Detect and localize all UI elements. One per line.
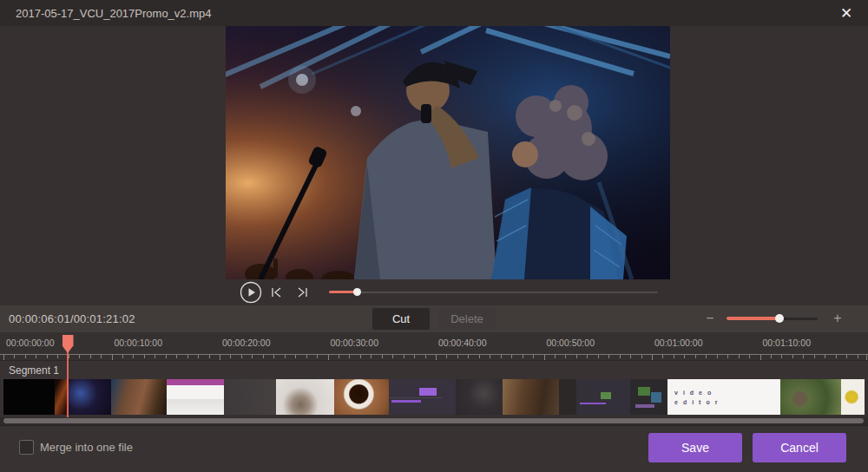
- merge-checkbox[interactable]: [19, 440, 34, 455]
- play-icon[interactable]: [240, 281, 262, 304]
- filmstrip-thumbnail-coffee-cup[interactable]: [334, 379, 389, 415]
- skip-to-end-icon[interactable]: [294, 285, 310, 300]
- zoom-fill: [727, 317, 779, 320]
- ruler-tick: [155, 355, 155, 358]
- ruler-tick: [90, 355, 91, 358]
- filmstrip-thumbnail-meeting-room[interactable]: [503, 379, 559, 415]
- segment-row: Segment 1: [0, 360, 868, 380]
- zoom-thumb[interactable]: [775, 314, 784, 323]
- ruler-tick: [101, 355, 102, 358]
- cancel-button[interactable]: Cancel: [753, 433, 846, 462]
- ruler-tick: [252, 355, 253, 358]
- filmstrip-thumbnail-white-app-ui[interactable]: [167, 379, 224, 415]
- filmstrip-thumbnail-text-animation-white[interactable]: video editor: [667, 379, 780, 415]
- ruler-tick: [792, 355, 793, 358]
- ruler-tick: [555, 355, 556, 358]
- ruler-time-label: 00:00:00:00: [6, 338, 54, 348]
- merge-label[interactable]: Merge into one file: [40, 441, 133, 454]
- ruler-tick: [717, 355, 718, 358]
- ruler-tick: [144, 355, 145, 358]
- filmstrip-thumbnail-black-frame[interactable]: [3, 379, 55, 415]
- scrollbar-thumb[interactable]: [3, 418, 864, 423]
- save-button[interactable]: Save: [648, 433, 742, 462]
- ruler-tick: [360, 355, 361, 358]
- ruler-tick: [662, 355, 663, 358]
- filmstrip-thumbnail-dark-ui-progress[interactable]: [389, 379, 456, 415]
- file-title: 2017-05-17_VCU_2017Promo_v2.mp4: [16, 7, 211, 20]
- ruler-tick: [198, 355, 199, 358]
- ruler-tick: [771, 355, 772, 358]
- close-icon[interactable]: ✕: [835, 3, 858, 25]
- filmstrip-thumbnail-dark-grey-frame[interactable]: [224, 379, 276, 415]
- ruler-tick: [14, 355, 15, 358]
- filmstrip-thumbnail-editor-thumbnails-ui[interactable]: [630, 379, 667, 415]
- ruler-tick: [187, 355, 188, 358]
- filmstrip-thumbnail-concert-warm[interactable]: [55, 379, 68, 415]
- ruler-tick: [803, 355, 804, 358]
- ruler-tick: [36, 355, 36, 358]
- ruler-tick: [641, 355, 642, 358]
- ruler-tick: [749, 355, 750, 358]
- ruler-tick: [630, 355, 631, 358]
- ruler-tick: [57, 355, 58, 358]
- ruler-tick: [576, 355, 577, 358]
- ruler-time-label: 00:00:50:00: [547, 338, 595, 348]
- zoom-in-icon[interactable]: +: [829, 309, 846, 328]
- timeline-ruler[interactable]: 00:00:00:0000:00:10:0000:00:20:0000:00:3…: [0, 332, 868, 360]
- footer-bar: Merge into one file Save Cancel: [0, 425, 868, 472]
- ruler-tick: [587, 355, 588, 358]
- ruler-tick: [404, 355, 404, 358]
- ruler-tick: [392, 355, 393, 358]
- filmstrip-thumbnail-editor-timeline-ui[interactable]: [576, 379, 630, 415]
- ruler-tick: [133, 355, 134, 358]
- ruler-tick: [47, 355, 48, 358]
- ruler-tick: [317, 355, 318, 358]
- transport-controls: [226, 279, 670, 305]
- ruler-tick: [79, 355, 80, 358]
- filmstrip-thumbnail-white-logo-frame[interactable]: [841, 379, 865, 415]
- seek-thumb[interactable]: [353, 288, 361, 296]
- ruler-time-label: 00:00:30:00: [331, 338, 378, 348]
- ruler-tick: [263, 355, 264, 358]
- timeline-zoom-slider[interactable]: [727, 317, 818, 320]
- ruler-tick: [166, 355, 167, 358]
- ruler-tick: [295, 355, 296, 358]
- cut-button[interactable]: Cut: [372, 308, 430, 330]
- ruler-tick: [511, 355, 512, 358]
- zoom-out-icon[interactable]: −: [701, 309, 719, 328]
- ruler-time-label: 00:01:00:00: [654, 338, 702, 348]
- ruler-tick: [273, 355, 274, 358]
- ruler-tick: [598, 355, 599, 358]
- seek-track: [329, 292, 658, 293]
- ruler-tick: [836, 355, 837, 358]
- ruler-time-label: 00:01:10:00: [763, 338, 811, 348]
- skip-to-start-icon[interactable]: [269, 285, 285, 300]
- delete-button[interactable]: Delete: [438, 308, 496, 330]
- ruler-tick: [620, 355, 621, 358]
- filmstrip-thumbnail-dim-frame[interactable]: [456, 379, 503, 415]
- ruler-tick: [825, 355, 825, 358]
- video-preview[interactable]: [226, 26, 670, 279]
- edit-toolbar: 00:00:06:01/00:01:21:02 Cut Delete − +: [0, 305, 868, 332]
- ruler-tick: [674, 355, 674, 358]
- ruler-tick: [446, 355, 447, 358]
- filmstrip-thumbnail-concert-blue[interactable]: [68, 379, 111, 415]
- ruler-tick: [695, 355, 696, 358]
- ruler-time-label: 00:00:20:00: [222, 338, 270, 348]
- ruler-tick: [230, 355, 231, 358]
- playhead-line: [67, 351, 69, 417]
- filmstrip-track[interactable]: video editor: [3, 379, 865, 415]
- filmstrip-thumbnail-vr-headset-man[interactable]: [276, 379, 334, 415]
- ruler-tick: [306, 355, 307, 358]
- ruler-tick: [457, 355, 458, 358]
- ruler-time-label: 00:00:40:00: [438, 338, 486, 348]
- ruler-tick: [739, 355, 740, 358]
- ruler-tick: [523, 355, 523, 358]
- filmstrip-thumbnail-dark-gap[interactable]: [559, 379, 576, 415]
- filmstrip-thumbnail-outdoor-couple[interactable]: [780, 379, 841, 415]
- ruler-tick: [684, 355, 685, 358]
- seek-slider[interactable]: [329, 291, 658, 294]
- filmstrip-thumbnail-office-desk[interactable]: [111, 379, 167, 415]
- ruler-tick: [479, 355, 480, 358]
- ruler-tick: [781, 355, 782, 358]
